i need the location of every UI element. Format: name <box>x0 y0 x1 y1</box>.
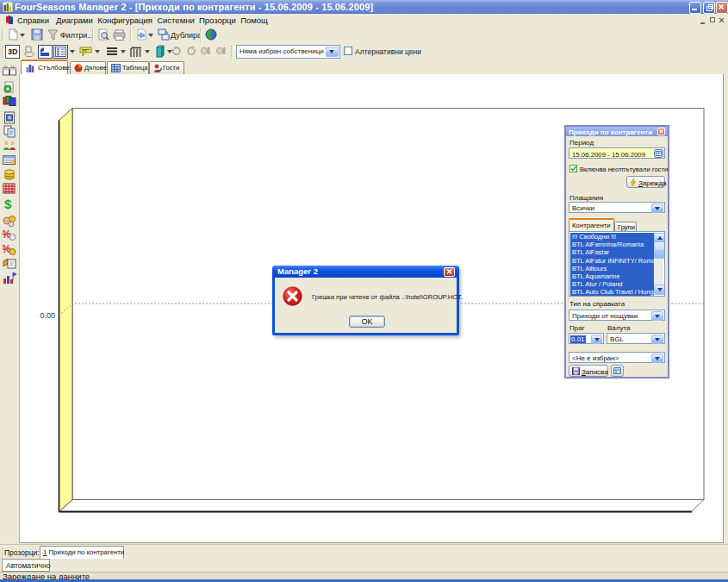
svg-text:12: 12 <box>4 66 8 69</box>
svg-text:0.00: 0.00 <box>40 311 55 320</box>
svg-text:13: 13 <box>11 66 15 69</box>
svg-text:$: $ <box>4 197 12 210</box>
